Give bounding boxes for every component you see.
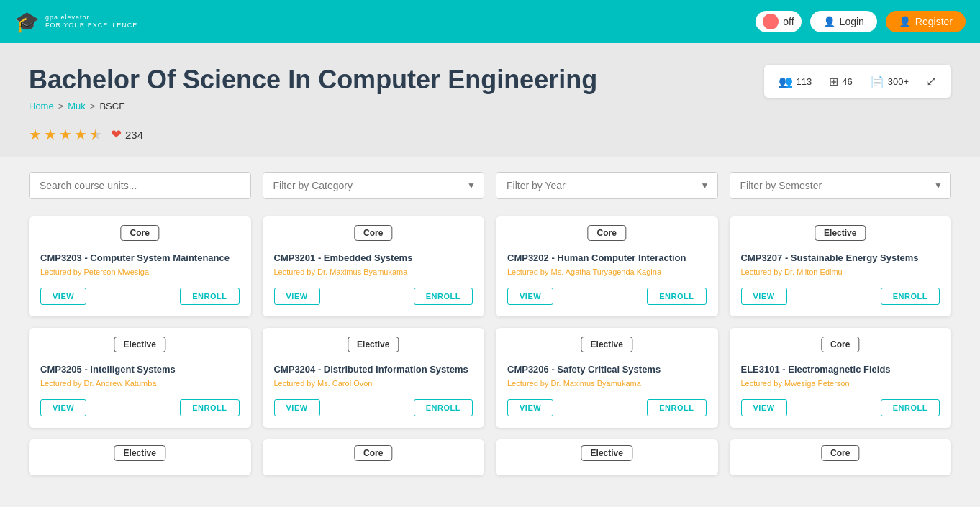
grid-icon: ⊞ bbox=[829, 75, 838, 88]
page-title: Bachelor Of Science In Computer Engineer… bbox=[29, 65, 597, 95]
card-badge-CMP3204: Elective bbox=[348, 337, 399, 352]
year-filter[interactable]: Filter by Year bbox=[496, 172, 718, 199]
logo: 🎓 gpa elevator FOR YOUR EXCELLENCE bbox=[14, 10, 137, 34]
card-actions-CMP3206: VIEW ENROLL bbox=[507, 399, 707, 416]
partial-card-3: Core bbox=[730, 439, 952, 475]
course-card-CMP3205: Elective CMP3205 - Intelligent Systems L… bbox=[29, 328, 251, 428]
category-filter-wrapper: Filter by Category ▼ bbox=[263, 172, 485, 199]
register-button[interactable]: 👤 Register bbox=[886, 11, 966, 32]
logo-icon: 🎓 bbox=[14, 10, 40, 34]
year-filter-wrapper: Filter by Year ▼ bbox=[496, 172, 718, 199]
view-button-CMP3202[interactable]: VIEW bbox=[507, 288, 553, 305]
toggle-circle bbox=[763, 14, 779, 29]
card-badge-CMP3206: Elective bbox=[581, 337, 632, 352]
enroll-button-CMP3204[interactable]: ENROLL bbox=[414, 399, 473, 416]
view-button-CMP3203[interactable]: VIEW bbox=[40, 288, 86, 305]
course-card-CMP3201: Core CMP3201 - Embedded Systems Lectured… bbox=[263, 216, 485, 316]
enroll-button-CMP3206[interactable]: ENROLL bbox=[647, 399, 706, 416]
courses-count: 46 bbox=[842, 76, 852, 87]
enroll-button-CMP3205[interactable]: ENROLL bbox=[180, 399, 239, 416]
partial-badge-0: Elective bbox=[114, 445, 165, 461]
view-button-CMP3205[interactable]: VIEW bbox=[40, 399, 86, 416]
share-button[interactable]: ⤢ bbox=[926, 73, 937, 89]
like-number: 234 bbox=[125, 129, 143, 141]
view-button-CMP3204[interactable]: VIEW bbox=[274, 399, 320, 416]
cards-row-3-partial: Elective Core Elective Core bbox=[29, 439, 951, 475]
course-card-CMP3206: Elective CMP3206 - Safety Critical Syste… bbox=[496, 328, 718, 428]
enroll-button-ELE3101[interactable]: ENROLL bbox=[881, 399, 940, 416]
register-icon: 👤 bbox=[899, 16, 911, 27]
students-icon: 👥 bbox=[779, 75, 793, 88]
card-actions-CMP3207: VIEW ENROLL bbox=[741, 288, 940, 305]
card-title-CMP3204: CMP3204 - Distributed Information System… bbox=[274, 364, 473, 375]
course-card-ELE3101: Core ELE3101 - Electromagnetic Fields Le… bbox=[730, 328, 952, 428]
navbar: 🎓 gpa elevator FOR YOUR EXCELLENCE off 👤… bbox=[0, 0, 980, 43]
course-card-CMP3204: Elective CMP3204 - Distributed Informati… bbox=[263, 328, 485, 428]
view-button-CMP3207[interactable]: VIEW bbox=[741, 288, 787, 305]
breadcrumb: Home > Muk > BSCE bbox=[29, 101, 597, 111]
breadcrumb-sep1: > bbox=[58, 101, 64, 111]
breadcrumb-current: BSCE bbox=[99, 101, 124, 111]
partial-card-0: Elective bbox=[29, 439, 251, 475]
login-label: Login bbox=[840, 16, 864, 27]
card-badge-CMP3207: Elective bbox=[815, 225, 866, 241]
card-badge-CMP3205: Elective bbox=[114, 337, 165, 352]
enroll-button-CMP3201[interactable]: ENROLL bbox=[414, 288, 473, 305]
card-lecturer-CMP3206: Lectured by Dr. Maximus Byamukama bbox=[507, 379, 707, 388]
course-card-CMP3202: Core CMP3202 - Human Computer Interactio… bbox=[496, 216, 718, 316]
students-count: 113 bbox=[797, 76, 812, 87]
card-actions-CMP3205: VIEW ENROLL bbox=[40, 399, 240, 416]
card-lecturer-CMP3205: Lectured by Dr. Andrew Katumba bbox=[40, 379, 240, 388]
logo-subtitle: FOR YOUR EXCELLENCE bbox=[45, 22, 137, 29]
login-button[interactable]: 👤 Login bbox=[810, 11, 877, 32]
partial-badge-2: Elective bbox=[581, 445, 632, 461]
semester-filter[interactable]: Filter by Semester bbox=[730, 172, 952, 199]
logo-name: gpa elevator bbox=[45, 14, 137, 22]
card-lecturer-CMP3203: Lectured by Peterson Mwesiga bbox=[40, 268, 240, 276]
card-actions-ELE3101: VIEW ENROLL bbox=[741, 399, 940, 416]
hero-section: Bachelor Of Science In Computer Engineer… bbox=[0, 43, 980, 157]
enroll-button-CMP3207[interactable]: ENROLL bbox=[881, 288, 940, 305]
enroll-button-CMP3203[interactable]: ENROLL bbox=[180, 288, 239, 305]
courses-stat: ⊞ 46 bbox=[829, 75, 852, 88]
nav-right: off 👤 Login 👤 Register bbox=[756, 11, 966, 32]
search-input[interactable] bbox=[29, 172, 251, 199]
star-3: ★ bbox=[59, 126, 72, 143]
toggle-label: off bbox=[783, 16, 794, 27]
card-badge-CMP3203: Core bbox=[121, 225, 159, 241]
students-stat: 👥 113 bbox=[779, 75, 812, 88]
cards-row-2: Elective CMP3205 - Intelligent Systems L… bbox=[29, 328, 951, 428]
pdfs-stat: 📄 300+ bbox=[870, 75, 909, 88]
card-title-CMP3203: CMP3203 - Computer System Maintenance bbox=[40, 252, 240, 263]
enroll-button-CMP3202[interactable]: ENROLL bbox=[647, 288, 706, 305]
course-card-CMP3203: Core CMP3203 - Computer System Maintenan… bbox=[29, 216, 251, 316]
partial-card-2: Elective bbox=[496, 439, 718, 475]
card-title-CMP3202: CMP3202 - Human Computer Interaction bbox=[507, 252, 707, 263]
login-icon: 👤 bbox=[823, 16, 835, 27]
heart-icon: ❤ bbox=[111, 127, 122, 142]
card-badge-CMP3202: Core bbox=[588, 225, 626, 241]
main-content: Filter by Category ▼ Filter by Year ▼ Fi… bbox=[0, 157, 980, 490]
partial-card-1: Core bbox=[263, 439, 485, 475]
star-1: ★ bbox=[29, 126, 42, 143]
register-label: Register bbox=[915, 16, 953, 27]
stats-bar: 👥 113 ⊞ 46 📄 300+ ⤢ bbox=[764, 65, 951, 98]
card-actions-CMP3202: VIEW ENROLL bbox=[507, 288, 707, 305]
view-button-CMP3201[interactable]: VIEW bbox=[274, 288, 320, 305]
category-filter[interactable]: Filter by Category bbox=[263, 172, 485, 199]
breadcrumb-muk[interactable]: Muk bbox=[68, 101, 86, 111]
card-title-CMP3207: CMP3207 - Sustainable Energy Systems bbox=[741, 252, 940, 263]
view-button-CMP3206[interactable]: VIEW bbox=[507, 399, 553, 416]
card-lecturer-CMP3202: Lectured by Ms. Agatha Turyagenda Kagina bbox=[507, 268, 707, 276]
breadcrumb-home[interactable]: Home bbox=[29, 101, 54, 111]
logo-text: gpa elevator FOR YOUR EXCELLENCE bbox=[45, 14, 137, 29]
card-lecturer-CMP3201: Lectured by Dr. Maximus Byamukama bbox=[274, 268, 473, 276]
filters-row: Filter by Category ▼ Filter by Year ▼ Fi… bbox=[29, 172, 951, 199]
view-button-ELE3101[interactable]: VIEW bbox=[741, 399, 787, 416]
toggle-switch[interactable]: off bbox=[756, 11, 801, 32]
breadcrumb-sep2: > bbox=[90, 101, 96, 111]
like-count: ❤ 234 bbox=[111, 127, 143, 142]
star-rating: ★ ★ ★ ★ ★★ bbox=[29, 126, 102, 143]
semester-filter-wrapper: Filter by Semester ▼ bbox=[730, 172, 952, 199]
card-actions-CMP3204: VIEW ENROLL bbox=[274, 399, 473, 416]
